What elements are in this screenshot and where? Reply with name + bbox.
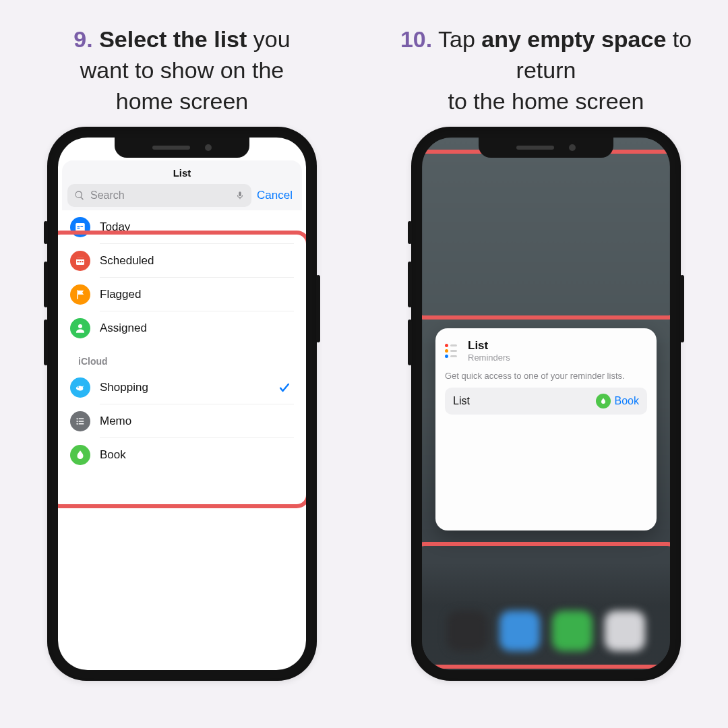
svg-point-11 [78, 324, 82, 328]
svg-rect-4 [78, 227, 80, 229]
section-icloud: iCloud [70, 345, 294, 371]
selected-list-value: Book [615, 395, 639, 407]
front-camera [569, 144, 576, 151]
speaker-grille [516, 146, 554, 150]
svg-rect-16 [79, 421, 84, 422]
svg-point-12 [78, 386, 79, 388]
sheet-title: List [62, 160, 302, 179]
svg-rect-7 [76, 257, 84, 259]
phone-frame-step10: List Reminders Get quick access to one o… [411, 127, 681, 681]
silence-switch [408, 221, 412, 244]
volume-up-button [408, 262, 412, 307]
step9-instruction: 9. Select the list you want to show on t… [24, 24, 340, 117]
screen-step10[interactable]: List Reminders Get quick access to one o… [422, 138, 670, 670]
power-button [316, 275, 320, 342]
phone-frame-step9: List Search Cancel Today [47, 127, 317, 681]
svg-rect-3 [78, 226, 80, 227]
list-row-assigned[interactable]: Assigned [70, 311, 294, 345]
notch [479, 138, 613, 158]
list-row-flagged[interactable]: Flagged [70, 278, 294, 311]
svg-rect-10 [82, 261, 83, 262]
step9-bold: Select the list [99, 26, 247, 52]
screen-step9: List Search Cancel Today [58, 138, 306, 670]
selector-label: List [453, 395, 470, 407]
step9-number: 9. [73, 26, 92, 52]
cancel-button[interactable]: Cancel [257, 189, 297, 202]
list-picker: Today Scheduled Flagged [62, 210, 302, 472]
svg-point-13 [76, 418, 78, 419]
svg-point-17 [76, 423, 78, 424]
svg-rect-8 [78, 261, 79, 262]
sheet-header: List Search Cancel [62, 160, 302, 210]
list-row-book[interactable]: Book [70, 438, 294, 472]
scheduled-icon [70, 251, 90, 271]
step10-bold: any empty space [481, 26, 666, 52]
book-icon [70, 445, 90, 465]
search-icon [74, 190, 85, 201]
widget-title: List [468, 339, 510, 353]
search-input[interactable]: Search [67, 184, 251, 207]
silence-switch [44, 221, 48, 244]
microphone-icon[interactable] [235, 189, 245, 202]
blurred-dock[interactable] [422, 562, 670, 670]
dock-app-2 [499, 611, 540, 651]
svg-rect-18 [79, 423, 84, 425]
list-row-today[interactable]: Today [70, 210, 294, 244]
dock-app-1 [447, 611, 487, 651]
widget-subtitle: Reminders [468, 353, 510, 363]
shopping-icon [70, 377, 90, 398]
search-placeholder: Search [90, 189, 230, 202]
widget-description: Get quick access to one of your reminder… [445, 371, 647, 381]
volume-down-button [44, 320, 48, 365]
list-row-memo[interactable]: Memo [70, 404, 294, 438]
volume-up-button [44, 262, 48, 307]
list-row-shopping[interactable]: Shopping [70, 371, 294, 404]
power-button [680, 275, 684, 342]
flagged-icon [70, 284, 90, 305]
checkmark-icon [278, 381, 291, 394]
widget-list-selector[interactable]: List Book [445, 388, 647, 415]
widget-config-card[interactable]: List Reminders Get quick access to one o… [435, 328, 657, 530]
assigned-icon [70, 318, 90, 338]
step10-number: 10. [400, 26, 432, 52]
memo-icon [70, 411, 90, 431]
list-row-scheduled[interactable]: Scheduled [70, 244, 294, 278]
today-icon [70, 217, 90, 237]
svg-rect-14 [79, 418, 84, 419]
reminders-app-icon [445, 341, 461, 360]
dock-app-4 [605, 611, 645, 651]
svg-point-15 [76, 421, 78, 422]
dock-app-3 [552, 611, 593, 651]
speaker-grille [152, 146, 190, 150]
front-camera [205, 144, 212, 151]
selected-list-icon [596, 394, 611, 408]
svg-rect-9 [80, 261, 81, 262]
volume-down-button [408, 320, 412, 365]
step10-instruction: 10. Tap any empty space to return to the… [388, 24, 704, 117]
svg-rect-5 [80, 226, 83, 227]
notch [115, 138, 249, 158]
